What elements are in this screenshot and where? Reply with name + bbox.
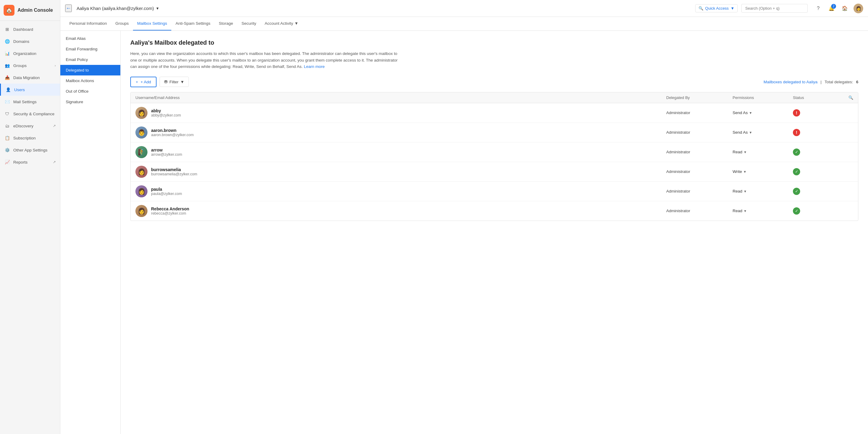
status-abby: ! xyxy=(793,109,841,116)
status-arrow: ✓ xyxy=(793,148,841,156)
user-cell-burrow: 👩 burrowsamelia burrowsamelia@zylker.com xyxy=(135,166,666,178)
tab-personal-information[interactable]: Personal Information xyxy=(65,17,111,30)
back-button[interactable]: ← xyxy=(65,4,72,12)
users-icon: 👤 xyxy=(5,87,11,93)
domains-icon: 🌐 xyxy=(4,38,10,45)
sidebar-nav: ⊞ Dashboard 🌐 Domains 📊 Organization 👥 G… xyxy=(0,21,60,434)
avatar-aaron: 👨 xyxy=(135,126,148,139)
sidebar-item-ediscovery[interactable]: 🗂 eDiscovery ↗ xyxy=(0,120,60,132)
mailboxes-delegated-link[interactable]: Mailboxes delegated to Aaliya xyxy=(764,80,818,84)
sidebar-item-label: Subscription xyxy=(13,136,36,140)
sub-sidebar-item-email-alias[interactable]: Email Alias xyxy=(60,33,120,44)
permission-burrow[interactable]: Write ▼ xyxy=(733,169,793,174)
user-avatar[interactable]: 👩 xyxy=(854,4,863,13)
tab-groups[interactable]: Groups xyxy=(111,17,133,30)
total-delegates-label: Total delegates: xyxy=(825,80,853,84)
permission-arrow[interactable]: Read ▼ xyxy=(733,150,793,154)
subscription-icon: 📋 xyxy=(4,135,10,141)
chevron-down-icon-perm5: ▼ xyxy=(743,190,747,193)
sidebar-item-security-compliance[interactable]: 🛡 Security & Compliance xyxy=(0,108,60,120)
col-delegated-by: Delegated By xyxy=(666,95,733,100)
avatar-burrow: 👩 xyxy=(135,166,148,178)
external-link-icon: ↗ xyxy=(53,124,56,128)
question-mark-icon: ? xyxy=(817,6,820,11)
notification-badge: 2 xyxy=(831,4,836,9)
tab-security[interactable]: Security xyxy=(237,17,260,30)
sidebar-item-organization[interactable]: 📊 Organization xyxy=(0,48,60,59)
app-title: Admin Console xyxy=(18,7,53,13)
home-button[interactable]: 🏠 xyxy=(840,4,849,13)
user-name-aaron: aaron.brown xyxy=(151,128,194,133)
quick-access-button[interactable]: 🔍 Quick Access ▼ xyxy=(695,4,738,12)
tab-mailbox-settings[interactable]: Mailbox Settings xyxy=(133,17,171,30)
search-icon: 🔍 xyxy=(699,6,703,10)
sidebar-item-label: Groups xyxy=(13,63,27,68)
delegates-table: Username/Email Address Delegated By Perm… xyxy=(130,92,858,221)
delegated-by-aaron: Administrator xyxy=(666,130,733,135)
tab-account-activity[interactable]: Account Activity ▼ xyxy=(260,17,303,30)
ediscovery-icon: 🗂 xyxy=(4,123,10,129)
chevron-down-icon-qa: ▼ xyxy=(731,6,734,10)
sidebar-item-data-migration[interactable]: 📥 Data Migration xyxy=(0,71,60,84)
table-header-row: Username/Email Address Delegated By Perm… xyxy=(131,92,858,103)
sub-sidebar-item-out-of-office[interactable]: Out of Office xyxy=(60,86,120,96)
user-email-paula: paula@zylker.com xyxy=(151,192,182,196)
delegated-by-paula: Administrator xyxy=(666,189,733,194)
topbar-user[interactable]: Aaliya Khan (aaliya.khan@zylker.com) ▼ xyxy=(76,6,159,11)
help-button[interactable]: ? xyxy=(814,4,823,13)
data-migration-icon: 📥 xyxy=(4,75,10,81)
sidebar-item-mail-settings[interactable]: ✉️ Mail Settings xyxy=(0,96,60,108)
notifications-button[interactable]: 🔔 2 xyxy=(827,4,836,13)
permission-aaron[interactable]: Send As ▼ xyxy=(733,130,793,135)
add-button[interactable]: + + Add xyxy=(130,77,157,87)
col-status: Status xyxy=(793,95,841,100)
permission-rebecca[interactable]: Read ▼ xyxy=(733,208,793,213)
user-cell-arrow: 🧗 arrow arrow@zylker.com xyxy=(135,146,666,158)
sidebar-item-groups[interactable]: 👥 Groups › xyxy=(0,59,60,71)
sub-sidebar-item-signature[interactable]: Signature xyxy=(60,96,120,107)
sidebar-item-label: Other App Settings xyxy=(13,148,48,152)
total-delegates-value: 6 xyxy=(856,80,858,84)
organization-icon: 📊 xyxy=(4,50,10,56)
topbar-icons: ? 🔔 2 🏠 👩 xyxy=(814,4,863,13)
topbar: ← Aaliya Khan (aaliya.khan@zylker.com) ▼… xyxy=(60,0,868,17)
sidebar-item-reports[interactable]: 📈 Reports ↗ xyxy=(0,156,60,168)
learn-more-link[interactable]: Learn more xyxy=(304,64,324,69)
plus-icon: + xyxy=(136,80,138,84)
avatar-abby: 👩 xyxy=(135,107,148,119)
col-search[interactable]: 🔍 xyxy=(841,95,853,100)
chevron-down-icon-perm6: ▼ xyxy=(743,209,747,213)
sidebar-item-label: Data Migration xyxy=(13,76,40,80)
sub-sidebar-item-email-forwarding[interactable]: Email Forwarding xyxy=(60,44,120,54)
sidebar-item-label: Organization xyxy=(13,51,36,56)
other-app-settings-icon: ⚙️ xyxy=(4,147,10,153)
sidebar-item-dashboard[interactable]: ⊞ Dashboard xyxy=(0,23,60,35)
sub-sidebar: Email Alias Email Forwarding Email Polic… xyxy=(60,31,121,434)
sidebar-item-label: Dashboard xyxy=(13,27,33,32)
tabbar: Personal Information Groups Mailbox Sett… xyxy=(60,17,868,31)
security-icon: 🛡 xyxy=(4,111,10,117)
user-email-burrow: burrowsamelia@zylker.com xyxy=(151,172,197,176)
sidebar-item-domains[interactable]: 🌐 Domains xyxy=(0,35,60,48)
tab-anti-spam-settings[interactable]: Anti-Spam Settings xyxy=(171,17,215,30)
delegated-by-arrow: Administrator xyxy=(666,150,733,154)
external-link-icon-reports: ↗ xyxy=(53,160,56,164)
sub-sidebar-item-mailbox-actions[interactable]: Mailbox Actions xyxy=(60,76,120,86)
sub-sidebar-item-delegated-to[interactable]: Delegated to xyxy=(60,65,120,76)
status-error-icon2: ! xyxy=(793,129,800,136)
permission-paula[interactable]: Read ▼ xyxy=(733,189,793,194)
filter-button[interactable]: ⛃ Filter ▼ xyxy=(159,77,189,87)
sidebar-item-users[interactable]: 👤 Users xyxy=(0,84,60,96)
sub-sidebar-item-email-policy[interactable]: Email Policy xyxy=(60,54,120,65)
avatar-arrow: 🧗 xyxy=(135,146,148,158)
search-input[interactable] xyxy=(741,4,808,13)
sidebar-item-label: Security & Compliance xyxy=(13,112,55,116)
permission-abby[interactable]: Send As ▼ xyxy=(733,111,793,115)
status-rebecca: ✓ xyxy=(793,207,841,214)
sidebar-item-subscription[interactable]: 📋 Subscription xyxy=(0,132,60,144)
sidebar-item-other-app-settings[interactable]: ⚙️ Other App Settings xyxy=(0,144,60,156)
user-email-aaron: aaron.brown@zylker.com xyxy=(151,133,194,137)
search-icon-table: 🔍 xyxy=(848,95,853,100)
tab-storage[interactable]: Storage xyxy=(214,17,237,30)
user-name-burrow: burrowsamelia xyxy=(151,167,197,172)
